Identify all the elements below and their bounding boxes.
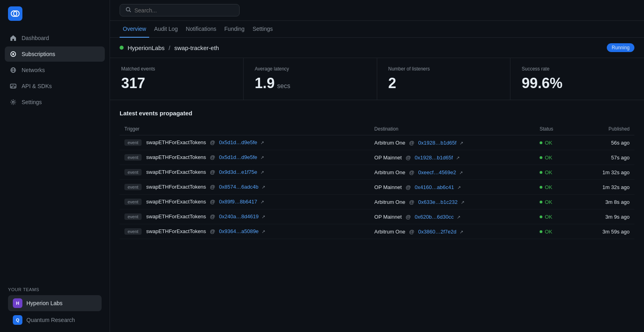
external-link-icon[interactable]: ↗ — [262, 229, 265, 234]
trigger-addr[interactable]: 0x9364…a5089e — [219, 228, 259, 234]
event-at: @ — [406, 155, 411, 161]
stat-value: 2 — [388, 75, 499, 92]
networks-icon — [10, 66, 17, 74]
tab-audit-log[interactable]: Audit Log — [151, 21, 181, 38]
trigger-addr[interactable]: 0x240a…8d4619 — [219, 213, 259, 219]
dest-addr[interactable]: 0x1928…b1d65f — [418, 140, 456, 146]
event-func: swapETHForExactTokens — [146, 199, 206, 205]
tab-overview[interactable]: Overview — [120, 21, 149, 38]
dest-network: Arbitrum One — [374, 199, 405, 205]
event-at: @ — [409, 140, 414, 146]
teams-label: Your teams — [8, 287, 102, 292]
dest-network: Arbitrum One — [374, 169, 405, 175]
dest-network: OP Mainnet — [374, 155, 402, 161]
status-dot — [540, 141, 542, 144]
event-tag: event — [124, 169, 142, 175]
trigger-addr[interactable]: 0x9d3d…e1f75e — [219, 169, 257, 175]
stat-label: Success rate — [522, 66, 633, 72]
content-area: HyperionLabs / swap-tracker-eth Running … — [110, 38, 644, 332]
status-ok: OK — [540, 140, 568, 146]
trigger-cell: event swapETHForExactTokens @ 0x89f9…8b6… — [120, 195, 370, 209]
table-row: event swapETHForExactTokens @ 0x5d1d…d9e… — [120, 150, 634, 165]
status-cell: OK — [535, 165, 573, 180]
table-row: event swapETHForExactTokens @ 0x9d3d…e1f… — [120, 165, 634, 180]
search-icon — [126, 7, 131, 14]
event-func: swapETHForExactTokens — [146, 139, 206, 145]
dest-addr[interactable]: 0xeecf…4569e2 — [418, 169, 456, 175]
settings-icon — [10, 99, 17, 106]
external-link-icon[interactable]: ↗ — [260, 155, 264, 160]
external-link-icon[interactable]: ↗ — [456, 155, 460, 160]
breadcrumb-subscription: swap-tracker-eth — [174, 44, 219, 51]
breadcrumb-separator: / — [169, 44, 170, 51]
col-destination: Destination — [370, 123, 535, 135]
col-published: Published — [573, 123, 634, 135]
stat-avg-latency: Average latency 1.9 secs — [244, 58, 377, 100]
search-input[interactable] — [134, 7, 234, 14]
svg-point-3 — [12, 53, 14, 55]
external-link-icon[interactable]: ↗ — [260, 140, 264, 145]
tab-funding[interactable]: Funding — [221, 21, 248, 38]
status-ok: OK — [540, 229, 568, 235]
sidebar-item-api[interactable]: API & SDKs — [5, 78, 105, 94]
event-at: @ — [406, 214, 411, 220]
col-status: Status — [535, 123, 573, 135]
subscriptions-icon — [10, 50, 17, 58]
tab-settings[interactable]: Settings — [249, 21, 276, 38]
status-cell: OK — [535, 195, 573, 209]
status-ok: OK — [540, 169, 568, 175]
event-tag: event — [124, 228, 142, 235]
dest-addr[interactable]: 0x620b…6d30cc — [415, 214, 454, 220]
external-link-icon[interactable]: ↗ — [460, 141, 463, 145]
dest-addr[interactable]: 0x3860…2f7e2d — [418, 229, 456, 235]
status-dot — [540, 230, 542, 233]
sidebar-item-subscriptions[interactable]: Subscriptions — [5, 46, 105, 62]
destination-cell: Arbitrum One @ 0x3860…2f7e2d ↗ — [370, 224, 535, 239]
tab-notifications[interactable]: Notifications — [183, 21, 220, 38]
event-func: swapETHForExactTokens — [146, 213, 206, 219]
svg-point-8 — [12, 101, 14, 103]
dest-addr[interactable]: 0x633e…b1c232 — [418, 199, 458, 205]
external-link-icon[interactable]: ↗ — [260, 170, 264, 175]
destination-cell: Arbitrum One @ 0xeecf…4569e2 ↗ — [370, 165, 535, 180]
external-link-icon[interactable]: ↗ — [460, 229, 463, 234]
team-item-quantum[interactable]: Q Quantum Research — [8, 312, 102, 328]
table-row: event swapETHForExactTokens @ 0x8574…6ad… — [120, 180, 634, 195]
dest-addr[interactable]: 0x1928…b1d65f — [415, 155, 453, 161]
status-dot — [540, 201, 542, 203]
event-at: @ — [210, 139, 215, 145]
sidebar-item-label: Subscriptions — [22, 51, 55, 57]
status-ok: OK — [540, 155, 568, 161]
dest-network: Arbitrum One — [374, 229, 405, 235]
external-link-icon[interactable]: ↗ — [457, 215, 460, 219]
status-dot — [540, 171, 542, 174]
external-link-icon[interactable]: ↗ — [262, 214, 265, 219]
search-box[interactable] — [120, 4, 240, 16]
sidebar-item-networks[interactable]: Networks — [5, 62, 105, 78]
stat-value: 1.9 secs — [255, 75, 366, 92]
status-cell: OK — [535, 209, 573, 224]
sidebar-item-settings[interactable]: Settings — [5, 95, 105, 110]
external-link-icon[interactable]: ↗ — [459, 170, 463, 175]
external-link-icon[interactable]: ↗ — [461, 200, 464, 205]
table-row: event swapETHForExactTokens @ 0x9364…a50… — [120, 224, 634, 239]
team-item-hyperion[interactable]: H Hyperion Labs — [8, 295, 102, 311]
dest-addr[interactable]: 0x4160…ab6c41 — [415, 184, 454, 190]
trigger-addr[interactable]: 0x5d1d…d9e5fe — [219, 154, 257, 160]
trigger-addr[interactable]: 0x5d1d…d9e5fe — [219, 139, 257, 145]
event-tag: event — [124, 139, 142, 146]
destination-cell: OP Mainnet @ 0x620b…6d30cc ↗ — [370, 209, 535, 224]
trigger-cell: event swapETHForExactTokens @ 0x5d1d…d9e… — [120, 150, 370, 165]
event-at: @ — [406, 184, 411, 190]
status-ok: OK — [540, 214, 568, 220]
external-link-icon[interactable]: ↗ — [457, 185, 461, 190]
teams-section: Your teams H Hyperion Labs Q Quantum Res… — [0, 282, 110, 332]
topbar — [110, 0, 644, 21]
status-cell: OK — [535, 135, 573, 150]
external-link-icon[interactable]: ↗ — [260, 199, 264, 204]
trigger-addr[interactable]: 0x89f9…8b6417 — [219, 199, 257, 205]
trigger-addr[interactable]: 0x8574…6adc4b — [219, 184, 258, 190]
external-link-icon[interactable]: ↗ — [262, 185, 265, 189]
sidebar-item-dashboard[interactable]: Dashboard — [5, 30, 105, 46]
event-func: swapETHForExactTokens — [146, 228, 206, 234]
